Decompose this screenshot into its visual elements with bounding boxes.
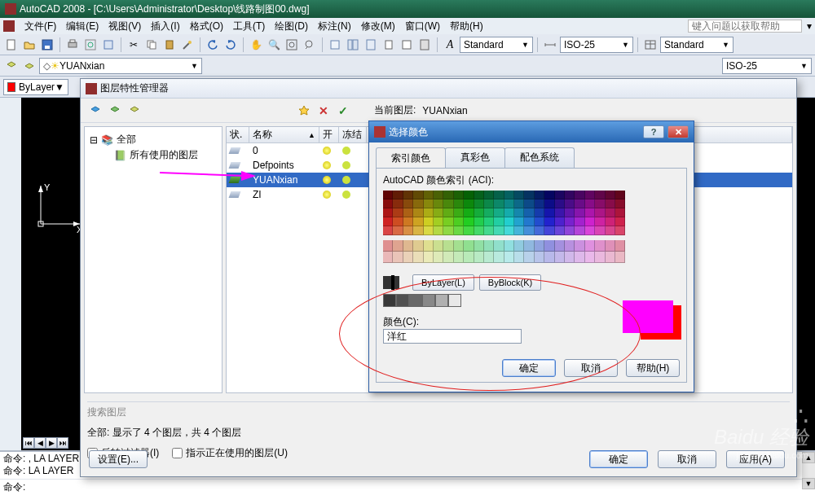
- indicate-in-use-checkbox[interactable]: 指示正在使用的图层(U): [172, 446, 288, 460]
- text-icon[interactable]: A: [442, 37, 458, 53]
- aci-swatch[interactable]: [504, 226, 514, 235]
- aci-swatch[interactable]: [585, 217, 595, 226]
- menu-tools[interactable]: 工具(T): [228, 18, 270, 35]
- aci-swatch[interactable]: [595, 240, 605, 252]
- aci-swatch[interactable]: [524, 240, 534, 252]
- gray-swatch[interactable]: [422, 294, 435, 307]
- set-current-icon[interactable]: ✓: [335, 103, 351, 119]
- properties-icon[interactable]: [327, 37, 343, 53]
- aci-swatch[interactable]: [443, 240, 453, 252]
- gray-swatch[interactable]: [435, 294, 448, 307]
- zoom-window-icon[interactable]: [284, 37, 300, 53]
- dim-style-combo[interactable]: ISO-25▼: [560, 37, 633, 53]
- aci-swatch[interactable]: [474, 252, 484, 263]
- pan-icon[interactable]: ✋: [248, 37, 264, 53]
- aci-swatch[interactable]: [484, 226, 494, 235]
- aci-swatch[interactable]: [524, 252, 534, 263]
- byblock-button[interactable]: ByBlock(K): [479, 274, 541, 291]
- aci-swatch[interactable]: [424, 199, 434, 208]
- aci-swatch[interactable]: [393, 217, 403, 226]
- plot-preview-icon[interactable]: [82, 37, 99, 53]
- aci-swatch[interactable]: [615, 217, 625, 226]
- sheet-set-icon[interactable]: [381, 37, 397, 53]
- aci-swatch[interactable]: [413, 208, 423, 217]
- aci-swatch[interactable]: [403, 217, 413, 226]
- aci-swatch[interactable]: [544, 217, 554, 226]
- gray-swatch[interactable]: [396, 294, 409, 307]
- aci-swatch[interactable]: [393, 208, 403, 217]
- aci-swatch[interactable]: [535, 208, 544, 217]
- bulb-icon[interactable]: [323, 161, 331, 169]
- aci-swatch[interactable]: [575, 208, 584, 217]
- bulb-icon[interactable]: [323, 147, 331, 155]
- aci-swatch[interactable]: [504, 240, 514, 252]
- help-button-icon[interactable]: ?: [643, 125, 664, 138]
- aci-swatch[interactable]: [535, 191, 544, 199]
- aci-swatch[interactable]: [504, 252, 514, 263]
- aci-swatch[interactable]: [383, 226, 393, 235]
- aci-swatch[interactable]: [504, 191, 514, 199]
- aci-swatch[interactable]: [606, 191, 615, 199]
- aci-swatch[interactable]: [544, 208, 554, 217]
- layer-dlg-apply-button[interactable]: 应用(A): [726, 450, 785, 468]
- aci-swatch[interactable]: [514, 252, 524, 263]
- layer-dlg-cancel-button[interactable]: 取消: [658, 450, 716, 468]
- aci-swatch[interactable]: [504, 208, 514, 217]
- aci-swatch[interactable]: [565, 226, 575, 235]
- layer-states-icon[interactable]: [126, 103, 143, 119]
- aci-swatch[interactable]: [383, 240, 393, 252]
- tab-prev-icon[interactable]: ◀: [34, 437, 46, 449]
- aci-swatch[interactable]: [393, 240, 403, 252]
- new-layer-icon[interactable]: [296, 103, 312, 119]
- tree-child[interactable]: 📗所有使用的图层: [90, 147, 217, 163]
- bylayer-button[interactable]: ByLayer(L): [412, 274, 474, 291]
- aci-swatch[interactable]: [615, 191, 625, 199]
- aci-swatch[interactable]: [514, 191, 524, 199]
- filter-tree[interactable]: ⊟📚全部 📗所有使用的图层: [84, 126, 222, 393]
- print-icon[interactable]: [64, 37, 81, 53]
- aci-swatch[interactable]: [514, 217, 524, 226]
- tab-last-icon[interactable]: ⏭: [57, 437, 68, 449]
- aci-swatch[interactable]: [443, 199, 453, 208]
- delete-layer-icon[interactable]: ✕: [315, 103, 332, 119]
- col-status[interactable]: 状.: [227, 127, 249, 142]
- aci-swatch[interactable]: [535, 199, 544, 208]
- color-dlg-title-bar[interactable]: 选择颜色 ? ✕: [369, 121, 694, 142]
- aci-swatch[interactable]: [464, 217, 474, 226]
- aci-swatch[interactable]: [443, 217, 453, 226]
- aci-swatch[interactable]: [494, 252, 504, 263]
- aci-swatch[interactable]: [413, 199, 423, 208]
- aci-swatch[interactable]: [595, 199, 605, 208]
- menu-modify[interactable]: 修改(M): [356, 18, 400, 35]
- color-combo[interactable]: ByLayer ▼: [3, 79, 68, 95]
- aci-swatch[interactable]: [575, 199, 584, 208]
- aci-swatch[interactable]: [615, 208, 625, 217]
- aci-swatch[interactable]: [434, 226, 443, 235]
- aci-swatch[interactable]: [403, 191, 413, 199]
- aci-swatch[interactable]: [494, 240, 504, 252]
- aci-swatch[interactable]: [454, 240, 464, 252]
- aci-swatch[interactable]: [454, 217, 464, 226]
- aci-swatch[interactable]: [494, 217, 504, 226]
- aci-swatch[interactable]: [413, 252, 423, 263]
- tab-next-icon[interactable]: ▶: [46, 437, 57, 449]
- aci-swatch[interactable]: [575, 191, 584, 199]
- gray-swatch[interactable]: [448, 294, 461, 307]
- aci-swatch[interactable]: [535, 252, 544, 263]
- aci-swatch[interactable]: [424, 191, 434, 199]
- aci-swatch[interactable]: [555, 252, 565, 263]
- menu-draw[interactable]: 绘图(D): [270, 18, 313, 35]
- aci-swatch[interactable]: [474, 240, 484, 252]
- aci-swatch[interactable]: [403, 226, 413, 235]
- aci-swatch[interactable]: [484, 240, 494, 252]
- aci-swatch[interactable]: [524, 226, 534, 235]
- aci-swatch[interactable]: [585, 191, 595, 199]
- aci-swatch[interactable]: [555, 240, 565, 252]
- aci-swatch[interactable]: [464, 240, 474, 252]
- aci-swatch[interactable]: [403, 199, 413, 208]
- aci-swatch[interactable]: [544, 191, 554, 199]
- aci-swatch[interactable]: [443, 252, 453, 263]
- new-filter-icon[interactable]: [87, 103, 104, 119]
- tab-first-icon[interactable]: ⏮: [23, 437, 34, 449]
- aci-swatch[interactable]: [393, 252, 403, 263]
